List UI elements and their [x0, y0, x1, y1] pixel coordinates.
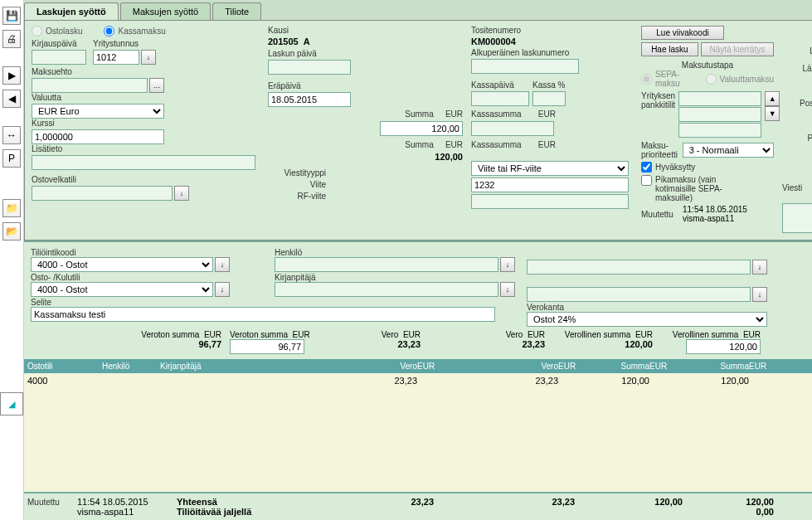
viestityyppi-select[interactable]: Viite tai RF-viite: [471, 161, 629, 176]
yritys-pankki-1[interactable]: [678, 91, 761, 106]
h-eur2: EUR: [558, 362, 591, 371]
grid-header: Ostotili Henkilö Kirjanpitäjä Vero EUR V…: [24, 359, 812, 373]
lbl-viite: Viite: [268, 180, 326, 189]
kirjauspaiva-input[interactable]: [32, 50, 86, 65]
ostovelkatili-lookup-button[interactable]: ↓: [174, 186, 189, 201]
radio-valuuttamaksu: [706, 74, 717, 85]
tiliointi-select[interactable]: 4000 - Ostot: [31, 257, 213, 272]
alkup-input[interactable]: [471, 59, 579, 74]
yritystunnus-input[interactable]: [93, 50, 139, 65]
lbl-kurssi: Kurssi: [32, 119, 260, 128]
extra1-input[interactable]: [527, 260, 751, 275]
lbl-veroton2: Veroton summa: [230, 330, 288, 339]
henkilo-lookup-button[interactable]: ↓: [500, 257, 515, 272]
maksuehto-lookup-button[interactable]: …: [149, 78, 164, 93]
lbl-kirjanpitaja: Kirjanpitäjä: [275, 273, 315, 282]
print-icon[interactable]: 🖨: [2, 30, 21, 48]
extra2-lookup-button[interactable]: ↓: [752, 287, 767, 302]
lbl-foot-muutettu: Muutettu: [27, 498, 60, 507]
yritystunnus-lookup-button[interactable]: ↓: [141, 50, 156, 65]
cell-sum: 120,00: [591, 376, 649, 386]
lbl-kausi: Kausi: [268, 26, 310, 35]
verokanta-select[interactable]: Ostot 24%: [527, 312, 767, 327]
ostokulutili-select[interactable]: 4000 - Ostot: [31, 282, 213, 297]
foot-s1: 120,00: [575, 497, 683, 517]
erapaiva-input[interactable]: [268, 92, 351, 107]
lue-viivakoodi-button[interactable]: Lue viivakoodi: [641, 26, 724, 40]
folder-icon[interactable]: 📁: [2, 199, 21, 217]
kausi-value: 201505: [268, 36, 299, 46]
kassasumma1-input[interactable]: [471, 121, 554, 136]
henkilo-input[interactable]: [275, 257, 498, 272]
kassapct-input[interactable]: [532, 91, 566, 106]
lbl-maksuehto: Maksuehto: [32, 67, 260, 76]
tiliointi-lookup-button[interactable]: ↓: [215, 257, 230, 272]
tab-maksujen[interactable]: Maksujen syöttö: [120, 2, 211, 20]
lbl-lisatieto: Lisätieto: [32, 144, 260, 153]
chk-pikamaksu[interactable]: [641, 175, 652, 186]
maksuprior-select[interactable]: 3 - Normaali: [683, 143, 774, 158]
extra1-lookup-button[interactable]: ↓: [752, 260, 767, 275]
extra2-input[interactable]: [527, 287, 751, 302]
lbl-tositenumero: Tositenumero: [471, 26, 633, 35]
valuutta-select[interactable]: EUR Euro: [32, 104, 164, 119]
hae-lasku-button[interactable]: Hae lasku: [641, 42, 698, 56]
kausi-a: A: [304, 36, 310, 46]
lbl-ostovelkatili: Ostovelkatili: [32, 175, 260, 184]
lbl-hyvaksytty: Hyväksytty: [655, 163, 695, 172]
kassapaiva-input[interactable]: [471, 91, 529, 106]
p-button[interactable]: P: [2, 149, 21, 168]
yritys-pankki-2[interactable]: [678, 107, 761, 122]
lbl-kassamaksu: Kassamaksu: [118, 27, 165, 36]
lbl-yritys-pankki: Yrityksen pankkitilit: [641, 91, 675, 109]
h-summa2: Summa: [683, 362, 749, 371]
lbl-yhteensa: Yhteensä: [177, 497, 293, 507]
tab-laskujen[interactable]: Laskujen syöttö: [24, 2, 119, 20]
lbl-lisanimi: Lisänimi: [782, 46, 812, 56]
viesti-textarea[interactable]: [782, 203, 812, 233]
lbl-maksuprior: Maksu-prioriteetti: [641, 141, 679, 159]
verollinen2-input[interactable]: [686, 339, 761, 354]
summa-input[interactable]: [380, 121, 463, 136]
arrow-right-icon[interactable]: ▶: [2, 66, 21, 85]
lbl-sepa: SEPA-maksu: [655, 70, 703, 88]
lbl-vero1: Vero: [382, 330, 399, 339]
lbl-kassaeur1: EUR: [538, 109, 556, 119]
yritys-pankki-3[interactable]: [678, 123, 761, 138]
h-kirjan: Kirjanpitäjä: [160, 362, 376, 371]
lbl-veroton1: Veroton summa: [141, 330, 199, 339]
kurssi-input[interactable]: [32, 129, 164, 144]
ostokulutili-lookup-button[interactable]: ↓: [215, 282, 230, 297]
table-row[interactable]: 4000 23,23 23,23 120,00 120,00: [24, 373, 812, 388]
kirjanpitaja-input[interactable]: [275, 282, 498, 297]
tab-tiliote[interactable]: Tiliote: [212, 2, 261, 20]
arrow-left-icon[interactable]: ◀: [2, 90, 21, 108]
veroton1-val: 96,77: [31, 339, 221, 354]
lisatieto-input[interactable]: [32, 155, 255, 170]
expand-icon[interactable]: ↔: [2, 126, 21, 144]
veroton2-input[interactable]: [230, 339, 304, 354]
h-eur1: EUR: [417, 362, 450, 371]
ostovelkatili-input[interactable]: [32, 186, 173, 201]
lbl-ostokulutili: Osto- /Kulutili: [31, 273, 80, 282]
lbl-verokanta: Verokanta: [527, 303, 564, 312]
pankki-up-button[interactable]: ▲: [765, 91, 780, 106]
kirjanpitaja-lookup-button[interactable]: ↓: [500, 282, 515, 297]
laskun-paiva-input[interactable]: [268, 60, 351, 75]
foot-muutettu2: visma-aspa11: [77, 507, 177, 517]
grid-footer: Muutettu 11:54 18.05.2015 visma-aspa11 Y…: [24, 492, 812, 520]
save-icon[interactable]: 💾: [2, 7, 21, 25]
pankki-down-button[interactable]: ▼: [765, 106, 780, 121]
lbl-verollinen2: Verollinen summa: [673, 330, 738, 339]
lbl-laskun-paiva: Laskun päivä: [268, 49, 463, 58]
maksuehto-input[interactable]: [32, 78, 148, 93]
rfviite-input[interactable]: [471, 194, 629, 209]
folder-open-icon[interactable]: 📂: [2, 222, 21, 241]
radio-kassamaksu[interactable]: [104, 26, 114, 36]
verollinen1-val: 120,00: [545, 339, 653, 354]
nayta-kierratys-button[interactable]: Näytä kierrätys: [701, 42, 774, 56]
lbl-erapaiva: Eräpäivä: [268, 81, 463, 90]
lbl-verollinen1: Verollinen summa: [565, 330, 630, 339]
viite-input[interactable]: [471, 177, 629, 192]
chk-hyvaksytty[interactable]: [641, 162, 652, 173]
